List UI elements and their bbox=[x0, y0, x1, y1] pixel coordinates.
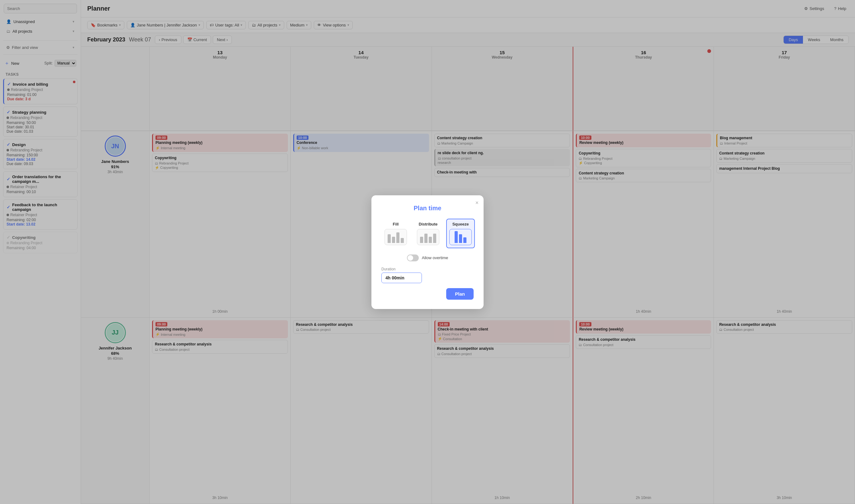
overtime-label: Allow overtime bbox=[422, 255, 448, 260]
modal-close-button[interactable]: × bbox=[475, 200, 479, 206]
modal-overlay[interactable]: × Plan time Fill Distribute bbox=[0, 0, 855, 504]
squeeze-option[interactable]: Squeeze bbox=[446, 219, 475, 248]
duration-label: Duration bbox=[381, 267, 474, 271]
distribute-option[interactable]: Distribute bbox=[414, 219, 443, 248]
fill-option[interactable]: Fill bbox=[381, 219, 410, 248]
plan-time-modal: × Plan time Fill Distribute bbox=[371, 195, 484, 309]
fill-icon-box bbox=[385, 229, 407, 245]
modal-title: Plan time bbox=[381, 205, 474, 212]
duration-input[interactable] bbox=[381, 273, 422, 283]
overtime-toggle[interactable] bbox=[407, 254, 419, 262]
squeeze-icon-box bbox=[449, 229, 472, 245]
duration-row: Duration bbox=[381, 267, 474, 283]
plan-options: Fill Distribute bbox=[381, 219, 474, 248]
distribute-icon-box bbox=[417, 229, 439, 245]
distribute-label: Distribute bbox=[419, 222, 438, 227]
plan-button[interactable]: Plan bbox=[446, 288, 474, 300]
squeeze-label: Squeeze bbox=[452, 222, 469, 227]
overtime-row: Allow overtime bbox=[381, 254, 474, 262]
fill-label: Fill bbox=[393, 222, 399, 227]
